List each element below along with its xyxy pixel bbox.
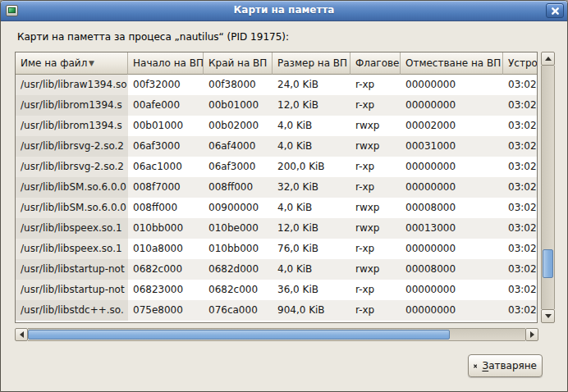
cell-vm_start: 075e8000 (128, 300, 204, 321)
cell-vm_offset: 00000000 (401, 95, 503, 116)
cell-flags: rwxp (350, 116, 401, 136)
cell-device: 03:02 (503, 157, 538, 177)
cell-vm_start: 010a8000 (128, 239, 204, 259)
cell-vm_start: 00b01000 (128, 116, 204, 136)
cell-vm_end: 0682c000 (204, 280, 273, 300)
cell-flags: r-xp (350, 75, 401, 95)
cell-vm_offset: 00031000 (401, 136, 503, 157)
cell-device: 03:02 (503, 300, 538, 321)
cell-flags: r-xp (350, 300, 401, 321)
table-row[interactable]: /usr/lib/libraw1394.so00f3200000f3800024… (16, 75, 538, 95)
cell-filename: /usr/lib/librom1394.s (16, 95, 128, 116)
cell-vm_size: 12,0 KiB (273, 218, 350, 239)
cell-vm_size: 24,0 KiB (273, 75, 350, 95)
cell-filename: /usr/lib/libSM.so.6.0.0 (16, 177, 128, 198)
scroll-down-button[interactable] (541, 309, 555, 323)
cell-vm_end: 008ff000 (204, 177, 273, 198)
cell-vm_size: 36,0 KiB (273, 280, 350, 300)
cell-filename: /usr/lib/libraw1394.so (16, 75, 128, 95)
cell-vm_size: 904,0 KiB (273, 300, 350, 321)
cell-vm_end: 010bb000 (204, 239, 273, 259)
cell-flags: r-xp (350, 177, 401, 198)
cell-device: 03:02 (503, 280, 538, 300)
cell-filename: /usr/lib/libstartup-not (16, 259, 128, 280)
cell-vm_size: 4,0 KiB (273, 259, 350, 280)
cell-vm_size: 200,0 KiB (273, 157, 350, 177)
horizontal-scrollbar[interactable] (15, 328, 538, 341)
column-header-label: Край на ВП (208, 57, 267, 69)
cell-vm_size: 4,0 KiB (273, 116, 350, 136)
window-close-button[interactable] (546, 3, 564, 18)
cell-device: 03:02 (503, 95, 538, 116)
scroll-up-button[interactable] (541, 52, 555, 66)
cell-vm_start: 00afe000 (128, 95, 204, 116)
column-header-vm_size[interactable]: Размер на ВП (273, 52, 350, 75)
cell-vm_offset: 00008000 (401, 259, 503, 280)
cell-vm_offset: 00000000 (401, 157, 503, 177)
cell-device: 03:02 (503, 239, 538, 259)
titlebar[interactable]: Карти на паметта (1, 1, 567, 21)
table-row[interactable]: /usr/lib/libspeex.so.1010bb000010be00012… (16, 218, 538, 239)
column-header-label: Име на файл (21, 57, 87, 69)
cell-device: 03:02 (503, 136, 538, 157)
cell-vm_end: 06af4000 (204, 136, 273, 157)
table-row[interactable]: /usr/lib/libSM.so.6.0.0008ff000009000004… (16, 198, 538, 218)
cell-filename: /usr/lib/librsvg-2.so.2 (16, 157, 128, 177)
table-row[interactable]: /usr/lib/libSM.so.6.0.0008f7000008ff0003… (16, 177, 538, 198)
table-row[interactable]: /usr/lib/librsvg-2.so.206af300006af40004… (16, 136, 538, 157)
vertical-scrollbar-trough[interactable] (541, 66, 555, 309)
cell-filename: /usr/lib/librsvg-2.so.2 (16, 136, 128, 157)
cell-flags: r-xp (350, 239, 401, 259)
table-header-row: Име на файл▼Начало на ВПКрай на ВПРазмер… (16, 52, 538, 75)
column-header-flags[interactable]: Флагове (350, 52, 401, 75)
table-row[interactable]: /usr/lib/libstartup-not068230000682c0003… (16, 280, 538, 300)
scroll-left-button[interactable] (15, 328, 28, 341)
cell-flags: r-xp (350, 280, 401, 300)
cell-vm_start: 06af3000 (128, 136, 204, 157)
horizontal-scrollbar-trough[interactable] (28, 328, 525, 341)
cell-vm_size: 4,0 KiB (273, 136, 350, 157)
table-row[interactable]: /usr/lib/libstdc++.so.075e8000076ca00090… (16, 300, 538, 321)
close-x-icon (551, 7, 560, 16)
cell-vm_end: 00b02000 (204, 116, 273, 136)
column-header-label: Устройство (508, 57, 538, 69)
cell-vm_end: 06af3000 (204, 157, 273, 177)
arrow-up-icon (545, 57, 552, 61)
cell-flags: r-xp (350, 95, 401, 116)
cell-device: 03:02 (503, 177, 538, 198)
vertical-scrollbar[interactable] (541, 52, 555, 323)
column-header-label: Флагове (355, 57, 399, 69)
cell-filename: /usr/lib/libstartup-not (16, 280, 128, 300)
column-header-vm_start[interactable]: Начало на ВП (128, 52, 204, 75)
cell-device: 03:02 (503, 116, 538, 136)
table-row[interactable]: /usr/lib/librom1394.s00b0100000b020004,0… (16, 116, 538, 136)
vertical-scrollbar-thumb[interactable] (543, 249, 553, 278)
close-button[interactable]: Затваряне (468, 354, 543, 377)
cell-vm_end: 00b01000 (204, 95, 273, 116)
column-header-vm_end[interactable]: Край на ВП (204, 52, 273, 75)
horizontal-scrollbar-thumb[interactable] (28, 330, 450, 340)
table-row[interactable]: /usr/lib/libstartup-not0682c0000682d0004… (16, 259, 538, 280)
cell-vm_offset: 00000000 (401, 177, 503, 198)
cell-filename: /usr/lib/libstdc++.so. (16, 300, 128, 321)
cell-flags: rwxp (350, 259, 401, 280)
column-header-filename[interactable]: Име на файл▼ (16, 52, 128, 75)
cell-flags: rwxp (350, 218, 401, 239)
table-body: /usr/lib/libraw1394.so00f3200000f3800024… (16, 75, 538, 321)
cell-vm_offset: 00013000 (401, 218, 503, 239)
cell-filename: /usr/lib/libspeex.so.1 (16, 218, 128, 239)
column-header-label: Отместване на ВП (405, 57, 501, 69)
table-row[interactable]: /usr/lib/librom1394.s00afe00000b0100012,… (16, 95, 538, 116)
memory-maps-dialog: Карти на паметта Карти на паметта за про… (0, 0, 568, 392)
column-header-device[interactable]: Устройство (503, 52, 538, 75)
table-row[interactable]: /usr/lib/librsvg-2.so.206ac100006af30002… (16, 157, 538, 177)
cell-vm_end: 076ca000 (204, 300, 273, 321)
column-header-vm_offset[interactable]: Отместване на ВП (401, 52, 503, 75)
scroll-right-button[interactable] (525, 328, 538, 341)
table-row[interactable]: /usr/lib/libspeex.so.1010a8000010bb00076… (16, 239, 538, 259)
cell-vm_start: 06823000 (128, 280, 204, 300)
window-title: Карти на паметта (1, 4, 567, 16)
cell-vm_size: 12,0 KiB (273, 95, 350, 116)
cell-flags: r-xp (350, 157, 401, 177)
cell-vm_offset: 00000000 (401, 75, 503, 95)
